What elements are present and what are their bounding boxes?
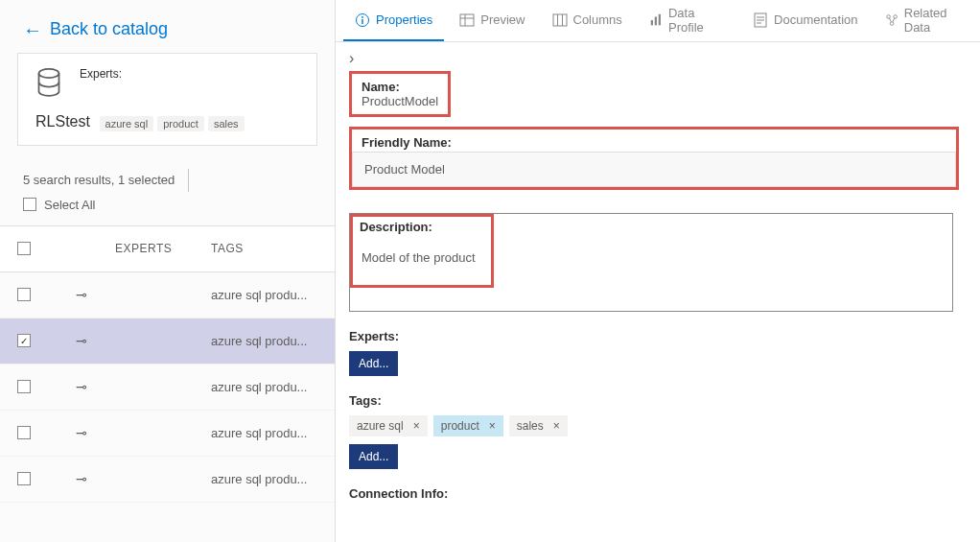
col-tags[interactable]: TAGS — [201, 242, 335, 255]
tab-related-data[interactable]: Related Data — [874, 0, 980, 41]
add-tag-button[interactable]: Add... — [349, 444, 398, 469]
row-tags: azure sql produ... — [201, 380, 335, 394]
tab-label: Columns — [573, 12, 622, 27]
info-icon — [355, 12, 370, 28]
tab-data-profile[interactable]: Data Profile — [638, 0, 737, 41]
table-row[interactable]: ⊸ azure sql produ... — [0, 411, 335, 457]
svg-rect-11 — [655, 16, 657, 25]
friendly-name-value: Product Model — [364, 162, 445, 177]
svg-rect-3 — [362, 19, 362, 24]
pin-icon[interactable]: ⊸ — [76, 287, 87, 302]
svg-rect-7 — [553, 14, 567, 26]
tab-label: Properties — [376, 12, 432, 27]
friendly-name-label: Friendly Name: — [362, 135, 452, 150]
checkbox-icon[interactable] — [17, 426, 31, 439]
name-label: Name: — [362, 80, 438, 94]
svg-rect-12 — [659, 13, 661, 25]
document-icon — [753, 12, 768, 28]
col-experts[interactable]: EXPERTS — [115, 242, 201, 255]
arrow-left-icon: ← — [23, 20, 42, 39]
tag-chip: azure sql — [100, 116, 154, 131]
tab-documentation[interactable]: Documentation — [741, 0, 869, 41]
pin-icon[interactable]: ⊸ — [76, 471, 87, 486]
checkbox-icon[interactable] — [17, 242, 31, 255]
tag-item[interactable]: azure sql× — [349, 415, 428, 436]
highlight-friendly-name: Friendly Name: Product Model — [349, 127, 959, 190]
highlight-name: Name: ProductModel — [349, 71, 451, 117]
pin-icon[interactable]: ⊸ — [76, 425, 87, 440]
tag-item[interactable]: sales× — [509, 415, 568, 436]
svg-rect-4 — [460, 14, 474, 26]
svg-line-21 — [893, 17, 895, 21]
table-row[interactable]: ⊸ azure sql produ... — [0, 318, 335, 365]
tab-properties[interactable]: Properties — [343, 0, 444, 41]
close-icon[interactable]: × — [489, 419, 496, 433]
svg-point-19 — [890, 21, 894, 25]
friendly-name-input[interactable]: Product Model — [352, 152, 956, 187]
properties-panel: Name: ProductModel Friendly Name: Produc… — [336, 71, 980, 528]
experts-label: Experts: — [349, 329, 967, 343]
description-input[interactable]: Description: Model of the product — [349, 213, 953, 312]
svg-point-2 — [362, 16, 363, 18]
card-experts-label: Experts: — [80, 67, 122, 81]
back-label: Back to catalog — [50, 19, 168, 39]
results-table: EXPERTS TAGS ⊸ azure sql produ... ⊸ azur… — [0, 225, 335, 503]
tag-item[interactable]: product× — [433, 415, 503, 436]
back-to-catalog[interactable]: ← Back to catalog — [0, 0, 335, 53]
row-tags: azure sql produ... — [201, 334, 335, 348]
tag-chip: sales — [208, 116, 245, 131]
card-tags: azure sql product sales — [100, 116, 245, 131]
tags-row: azure sql× product× sales× — [349, 415, 967, 436]
pin-icon[interactable]: ⊸ — [76, 333, 87, 348]
tab-label: Related Data — [904, 6, 968, 35]
add-expert-button[interactable]: Add... — [349, 351, 398, 376]
checkbox-icon[interactable] — [17, 380, 31, 393]
table-row[interactable]: ⊸ azure sql produ... — [0, 365, 335, 411]
related-icon — [885, 12, 898, 28]
bar-chart-icon — [649, 12, 663, 28]
close-icon[interactable]: × — [413, 419, 420, 433]
select-all[interactable]: Select All — [0, 196, 335, 225]
card-asset-name: RLStest — [35, 113, 90, 130]
tab-preview[interactable]: Preview — [448, 0, 536, 41]
tab-label: Documentation — [774, 12, 857, 27]
columns-icon — [552, 12, 568, 28]
tab-label: Data Profile — [668, 6, 726, 35]
checkbox-icon[interactable] — [17, 334, 31, 347]
tags-label: Tags: — [349, 393, 967, 408]
svg-line-20 — [889, 17, 891, 21]
select-all-label: Select All — [44, 198, 95, 212]
svg-rect-10 — [651, 20, 653, 25]
table-row[interactable]: ⊸ azure sql produ... — [0, 457, 335, 503]
table-header: EXPERTS TAGS — [0, 226, 335, 272]
tab-columns[interactable]: Columns — [541, 0, 634, 41]
chevron-right-icon[interactable]: › — [336, 42, 980, 71]
checkbox-icon[interactable] — [17, 472, 31, 485]
row-tags: azure sql produ... — [201, 472, 335, 486]
pin-icon[interactable]: ⊸ — [76, 379, 87, 394]
checkbox-icon[interactable] — [23, 198, 36, 211]
detail-tabs: Properties Preview Columns Data Profile … — [336, 0, 980, 42]
connection-label: Connection Info: — [349, 486, 967, 501]
svg-point-0 — [39, 69, 59, 78]
description-label: Description: — [360, 220, 432, 234]
tab-label: Preview — [480, 12, 525, 27]
asset-card: Experts: RLStest azure sql product sales — [17, 53, 317, 146]
row-tags: azure sql produ... — [201, 288, 335, 302]
close-icon[interactable]: × — [553, 419, 560, 433]
tag-chip: product — [157, 116, 204, 131]
preview-icon — [459, 12, 475, 28]
divider — [188, 169, 189, 192]
table-row[interactable]: ⊸ azure sql produ... — [0, 272, 335, 318]
name-value: ProductModel — [362, 94, 438, 108]
database-icon — [35, 67, 62, 100]
description-value: Model of the product — [362, 250, 941, 265]
row-tags: azure sql produ... — [201, 426, 335, 440]
results-summary: 5 search results, 1 selected — [23, 173, 175, 187]
checkbox-icon[interactable] — [17, 288, 31, 301]
